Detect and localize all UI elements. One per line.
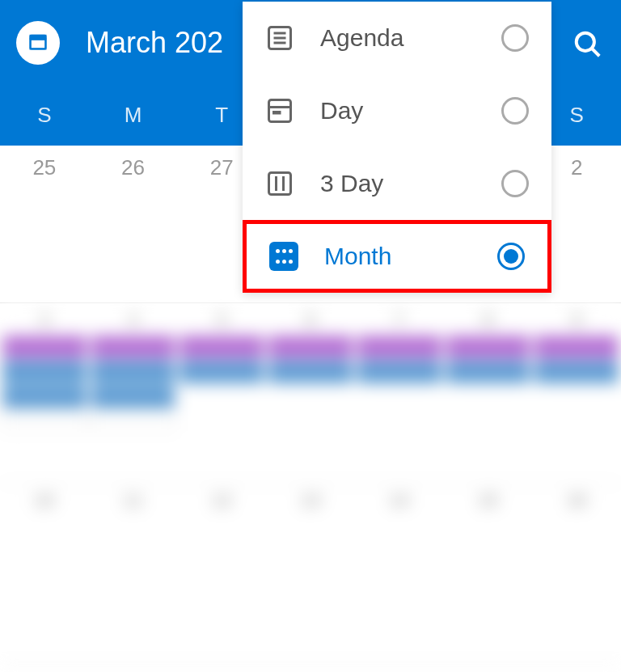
svg-rect-12 (272, 111, 281, 115)
view-label: 3 Day (320, 170, 501, 197)
three-day-icon (265, 169, 294, 198)
date-cell[interactable]: 26 (89, 146, 178, 302)
view-option-3day[interactable]: 3 Day (243, 147, 551, 220)
weekday-label: M (89, 103, 178, 128)
menu-button[interactable] (16, 21, 60, 65)
view-option-day[interactable]: Day (243, 74, 551, 147)
agenda-icon (265, 23, 294, 53)
month-icon (269, 242, 298, 271)
svg-line-5 (592, 49, 600, 57)
month-title[interactable]: March 202 (86, 26, 223, 60)
search-button[interactable] (572, 29, 603, 63)
view-option-month[interactable]: Month (243, 220, 551, 293)
radio-unchecked (501, 97, 529, 125)
radio-unchecked (501, 24, 529, 52)
radio-checked (497, 243, 525, 270)
date-cell[interactable]: 25 (0, 146, 89, 302)
svg-rect-3 (32, 40, 44, 47)
svg-rect-2 (30, 34, 47, 39)
view-label: Agenda (320, 24, 501, 52)
blurred-calendar-area: 3 4 5 6 7 8 (0, 303, 621, 672)
view-selector-dropdown: Agenda Day 3 Day (243, 2, 551, 293)
weekday-label: S (0, 103, 89, 128)
search-icon (572, 49, 603, 62)
calendar-icon (27, 30, 49, 56)
view-label: Month (324, 243, 497, 270)
day-icon (265, 96, 294, 125)
svg-point-4 (577, 33, 594, 51)
radio-unchecked (501, 170, 529, 197)
view-label: Day (320, 97, 501, 125)
view-option-agenda[interactable]: Agenda (243, 2, 551, 74)
svg-rect-13 (269, 173, 291, 195)
